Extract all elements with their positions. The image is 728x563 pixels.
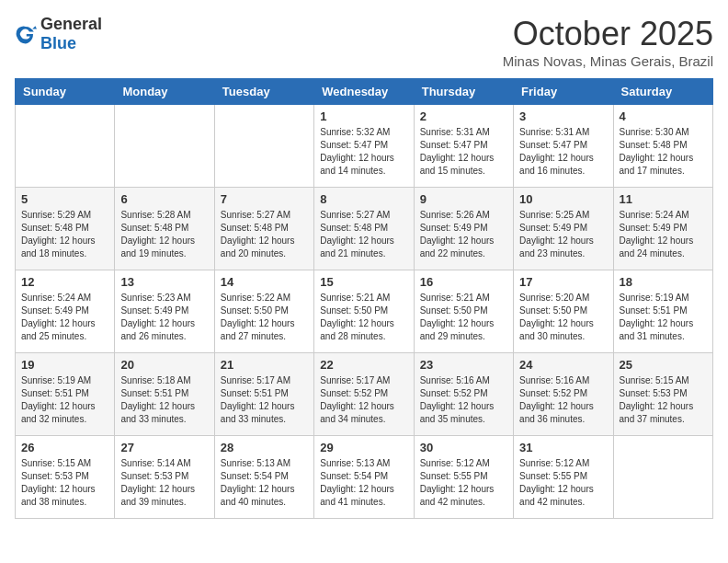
day-number: 28 <box>221 441 308 454</box>
day-number: 5 <box>21 192 108 206</box>
weekday-header-sunday: Sunday <box>16 79 115 105</box>
calendar-empty-cell <box>16 105 115 188</box>
calendar-week-5: 26Sunrise: 5:15 AM Sunset: 5:53 PM Dayli… <box>16 436 713 519</box>
day-info: Sunrise: 5:19 AM Sunset: 5:51 PM Dayligh… <box>620 292 707 343</box>
calendar-day-9: 9Sunrise: 5:26 AM Sunset: 5:49 PM Daylig… <box>414 188 513 270</box>
calendar-day-20: 20Sunrise: 5:18 AM Sunset: 5:51 PM Dayli… <box>115 353 214 436</box>
calendar-day-21: 21Sunrise: 5:17 AM Sunset: 5:51 PM Dayli… <box>214 353 313 436</box>
day-info: Sunrise: 5:12 AM Sunset: 5:55 PM Dayligh… <box>420 457 507 509</box>
logo-blue: Blue <box>40 34 76 52</box>
logo-icon <box>15 23 37 45</box>
calendar-empty-cell <box>214 105 313 188</box>
calendar-day-10: 10Sunrise: 5:25 AM Sunset: 5:49 PM Dayli… <box>514 188 613 270</box>
day-number: 27 <box>120 441 208 454</box>
calendar-day-30: 30Sunrise: 5:12 AM Sunset: 5:55 PM Dayli… <box>414 436 513 519</box>
day-number: 2 <box>420 109 507 123</box>
calendar-day-2: 2Sunrise: 5:31 AM Sunset: 5:47 PM Daylig… <box>414 105 513 188</box>
calendar-day-26: 26Sunrise: 5:15 AM Sunset: 5:53 PM Dayli… <box>16 436 115 519</box>
day-number: 19 <box>21 358 108 372</box>
calendar-day-8: 8Sunrise: 5:27 AM Sunset: 5:48 PM Daylig… <box>314 188 414 270</box>
day-number: 25 <box>620 358 707 372</box>
calendar-day-15: 15Sunrise: 5:21 AM Sunset: 5:50 PM Dayli… <box>314 270 414 353</box>
calendar-title-section: October 2025 Minas Novas, Minas Gerais, … <box>503 15 713 69</box>
day-info: Sunrise: 5:31 AM Sunset: 5:47 PM Dayligh… <box>420 126 507 178</box>
day-info: Sunrise: 5:12 AM Sunset: 5:55 PM Dayligh… <box>519 457 607 509</box>
day-info: Sunrise: 5:32 AM Sunset: 5:47 PM Dayligh… <box>320 126 407 178</box>
day-info: Sunrise: 5:17 AM Sunset: 5:51 PM Dayligh… <box>221 374 308 426</box>
calendar-day-7: 7Sunrise: 5:27 AM Sunset: 5:48 PM Daylig… <box>214 188 313 270</box>
day-number: 18 <box>620 275 707 289</box>
page-header: General Blue October 2025 Minas Novas, M… <box>15 15 713 69</box>
day-number: 17 <box>519 275 607 289</box>
calendar-day-16: 16Sunrise: 5:21 AM Sunset: 5:50 PM Dayli… <box>414 270 513 353</box>
calendar-day-12: 12Sunrise: 5:24 AM Sunset: 5:49 PM Dayli… <box>16 270 115 353</box>
calendar-day-18: 18Sunrise: 5:19 AM Sunset: 5:51 PM Dayli… <box>613 270 712 353</box>
calendar-empty-cell <box>613 436 712 519</box>
day-info: Sunrise: 5:24 AM Sunset: 5:49 PM Dayligh… <box>620 209 707 260</box>
calendar-week-2: 5Sunrise: 5:29 AM Sunset: 5:48 PM Daylig… <box>16 188 713 270</box>
day-number: 24 <box>519 358 607 372</box>
weekday-header-saturday: Saturday <box>613 79 712 105</box>
day-number: 15 <box>320 275 407 289</box>
day-info: Sunrise: 5:16 AM Sunset: 5:52 PM Dayligh… <box>420 374 507 426</box>
day-number: 30 <box>420 441 507 454</box>
day-number: 11 <box>620 192 707 206</box>
day-info: Sunrise: 5:29 AM Sunset: 5:48 PM Dayligh… <box>21 209 108 260</box>
calendar-day-3: 3Sunrise: 5:31 AM Sunset: 5:47 PM Daylig… <box>514 105 613 188</box>
calendar-week-3: 12Sunrise: 5:24 AM Sunset: 5:49 PM Dayli… <box>16 270 713 353</box>
day-info: Sunrise: 5:21 AM Sunset: 5:50 PM Dayligh… <box>420 292 507 343</box>
calendar-empty-cell <box>115 105 214 188</box>
day-info: Sunrise: 5:23 AM Sunset: 5:49 PM Dayligh… <box>120 292 208 343</box>
calendar-day-23: 23Sunrise: 5:16 AM Sunset: 5:52 PM Dayli… <box>414 353 513 436</box>
weekday-header-friday: Friday <box>514 79 613 105</box>
day-info: Sunrise: 5:18 AM Sunset: 5:51 PM Dayligh… <box>120 374 208 426</box>
day-info: Sunrise: 5:13 AM Sunset: 5:54 PM Dayligh… <box>320 457 407 509</box>
calendar-day-11: 11Sunrise: 5:24 AM Sunset: 5:49 PM Dayli… <box>613 188 712 270</box>
calendar-day-5: 5Sunrise: 5:29 AM Sunset: 5:48 PM Daylig… <box>16 188 115 270</box>
day-number: 12 <box>21 275 108 289</box>
day-info: Sunrise: 5:21 AM Sunset: 5:50 PM Dayligh… <box>320 292 407 343</box>
weekday-header-monday: Monday <box>115 79 214 105</box>
day-number: 3 <box>519 109 607 123</box>
day-info: Sunrise: 5:27 AM Sunset: 5:48 PM Dayligh… <box>320 209 407 260</box>
calendar-day-4: 4Sunrise: 5:30 AM Sunset: 5:48 PM Daylig… <box>613 105 712 188</box>
weekday-header-tuesday: Tuesday <box>214 79 313 105</box>
day-info: Sunrise: 5:25 AM Sunset: 5:49 PM Dayligh… <box>519 209 607 260</box>
day-info: Sunrise: 5:20 AM Sunset: 5:50 PM Dayligh… <box>519 292 607 343</box>
day-number: 7 <box>221 192 308 206</box>
day-number: 14 <box>221 275 308 289</box>
day-number: 1 <box>320 109 407 123</box>
calendar-day-27: 27Sunrise: 5:14 AM Sunset: 5:53 PM Dayli… <box>115 436 214 519</box>
calendar-day-22: 22Sunrise: 5:17 AM Sunset: 5:52 PM Dayli… <box>314 353 414 436</box>
month-title: October 2025 <box>503 15 713 53</box>
calendar-day-1: 1Sunrise: 5:32 AM Sunset: 5:47 PM Daylig… <box>314 105 414 188</box>
day-info: Sunrise: 5:16 AM Sunset: 5:52 PM Dayligh… <box>519 374 607 426</box>
day-info: Sunrise: 5:15 AM Sunset: 5:53 PM Dayligh… <box>21 457 108 509</box>
day-info: Sunrise: 5:27 AM Sunset: 5:48 PM Dayligh… <box>221 209 308 260</box>
calendar-day-6: 6Sunrise: 5:28 AM Sunset: 5:48 PM Daylig… <box>115 188 214 270</box>
calendar-day-29: 29Sunrise: 5:13 AM Sunset: 5:54 PM Dayli… <box>314 436 414 519</box>
day-number: 20 <box>120 358 208 372</box>
calendar-day-25: 25Sunrise: 5:15 AM Sunset: 5:53 PM Dayli… <box>613 353 712 436</box>
calendar-week-1: 1Sunrise: 5:32 AM Sunset: 5:47 PM Daylig… <box>16 105 713 188</box>
day-info: Sunrise: 5:19 AM Sunset: 5:51 PM Dayligh… <box>21 374 108 426</box>
day-info: Sunrise: 5:26 AM Sunset: 5:49 PM Dayligh… <box>420 209 507 260</box>
day-number: 29 <box>320 441 407 454</box>
weekday-header-wednesday: Wednesday <box>314 79 414 105</box>
day-number: 9 <box>420 192 507 206</box>
calendar-day-24: 24Sunrise: 5:16 AM Sunset: 5:52 PM Dayli… <box>514 353 613 436</box>
day-number: 10 <box>519 192 607 206</box>
day-number: 23 <box>420 358 507 372</box>
day-number: 16 <box>420 275 507 289</box>
location-subtitle: Minas Novas, Minas Gerais, Brazil <box>503 53 713 69</box>
day-number: 6 <box>120 192 208 206</box>
day-number: 22 <box>320 358 407 372</box>
day-number: 4 <box>620 109 707 123</box>
calendar-day-19: 19Sunrise: 5:19 AM Sunset: 5:51 PM Dayli… <box>16 353 115 436</box>
calendar-day-13: 13Sunrise: 5:23 AM Sunset: 5:49 PM Dayli… <box>115 270 214 353</box>
day-info: Sunrise: 5:28 AM Sunset: 5:48 PM Dayligh… <box>120 209 208 260</box>
day-number: 13 <box>120 275 208 289</box>
calendar-table: SundayMondayTuesdayWednesdayThursdayFrid… <box>15 78 713 519</box>
calendar-week-4: 19Sunrise: 5:19 AM Sunset: 5:51 PM Dayli… <box>16 353 713 436</box>
day-info: Sunrise: 5:17 AM Sunset: 5:52 PM Dayligh… <box>320 374 407 426</box>
